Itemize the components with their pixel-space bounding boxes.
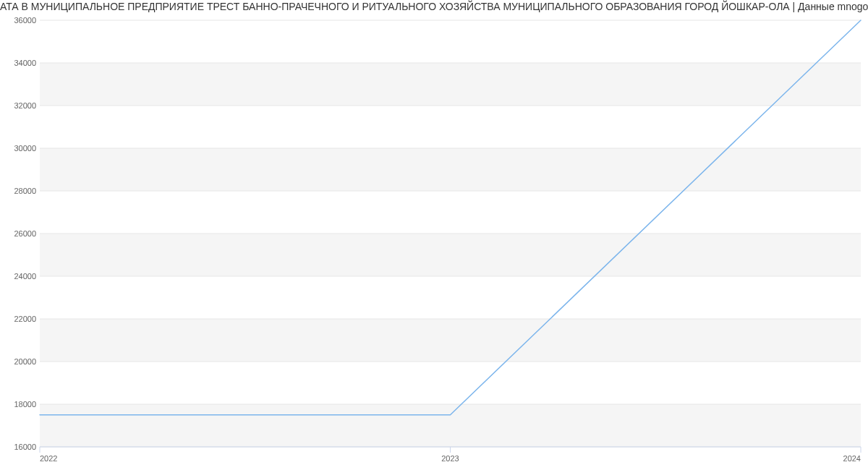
y-tick: 18000	[14, 400, 36, 409]
y-tick: 22000	[14, 315, 36, 323]
y-tick: 32000	[14, 101, 36, 110]
y-tick: 30000	[14, 144, 36, 153]
x-tick: 2024	[843, 454, 861, 463]
y-tick: 26000	[14, 229, 36, 238]
y-tick: 28000	[14, 187, 36, 195]
chart-title: АТА В МУНИЦИПАЛЬНОЕ ПРЕДПРИЯТИЕ ТРЕСТ БА…	[0, 0, 868, 13]
svg-rect-3	[40, 148, 861, 191]
y-tick: 20000	[14, 357, 36, 366]
x-axis-labels: 2022 2023 2024	[40, 454, 861, 463]
svg-rect-4	[40, 63, 861, 106]
y-tick: 24000	[14, 272, 36, 281]
x-tick: 2022	[40, 454, 57, 463]
svg-rect-1	[40, 319, 861, 362]
y-tick: 34000	[14, 59, 36, 67]
svg-rect-2	[40, 234, 861, 276]
y-tick: 36000	[14, 16, 36, 25]
y-axis-labels: 16000 18000 20000 22000 24000 26000 2800…	[14, 16, 36, 451]
x-tick: 2023	[441, 454, 459, 463]
svg-rect-0	[40, 404, 861, 447]
plot-area	[40, 20, 861, 453]
y-tick: 16000	[14, 443, 36, 451]
line-chart: 16000 18000 20000 22000 24000 26000 2800…	[0, 13, 868, 470]
